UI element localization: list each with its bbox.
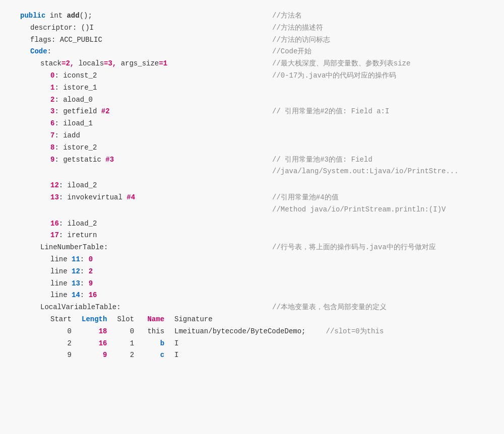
args-val: =1 bbox=[159, 59, 167, 67]
flags-text: flags: ACC_PUBLIC bbox=[30, 36, 102, 44]
lvt-row-b-name: b bbox=[144, 338, 174, 350]
keyword-int: int bbox=[45, 12, 67, 20]
op-2-code: 2: aload_0 bbox=[20, 94, 262, 106]
lvt-header-signature: Signature bbox=[174, 314, 316, 326]
method-decl-line: public int add(); //方法名 bbox=[20, 10, 484, 22]
op-12-code: 12: iload_2 bbox=[20, 180, 262, 192]
lnt-14-code: line 14: 16 bbox=[20, 290, 97, 302]
lvt-row-this-name: this bbox=[144, 326, 174, 338]
lvt-table-container: Start Length Slot Name Signature 0 18 0 … bbox=[20, 314, 484, 361]
lvt-row-c-name: c bbox=[144, 349, 174, 361]
comment-op-0: //0-17为.java中的代码对应的操作码 bbox=[262, 70, 396, 82]
stack-label: stack bbox=[40, 59, 61, 67]
lnt-14-val: 16 bbox=[89, 291, 97, 299]
method-add: add bbox=[67, 12, 79, 20]
lvt-header-length: Length bbox=[82, 314, 117, 326]
lnt-12-text: line bbox=[50, 267, 72, 275]
lvt-row-c: 9 9 2 c I bbox=[50, 349, 384, 361]
lvt-label-line: LocalVariableTable: //本地变量表，包含局部变量的定义 bbox=[20, 302, 484, 314]
op-0-instr: : iconst_2 bbox=[54, 71, 97, 80]
op-8-line: 8: istore_2 bbox=[20, 142, 484, 154]
op-1-code: 1: istore_1 bbox=[20, 82, 262, 94]
lnt-11-colon: : bbox=[80, 255, 89, 263]
code-label-code: Code: bbox=[20, 46, 262, 58]
op-12-line: 12: iload_2 bbox=[20, 180, 484, 192]
lvt-header-start: Start bbox=[50, 314, 82, 326]
op-9-ref: #3 bbox=[105, 156, 114, 164]
descriptor-text: descriptor: ()I bbox=[30, 24, 94, 32]
lvt-row-this-length: 18 bbox=[82, 326, 117, 338]
method-decl-code: public int add(); bbox=[20, 10, 262, 22]
op-16-num: 16 bbox=[50, 220, 59, 228]
descriptor-line: descriptor: ()I //方法的描述符 bbox=[20, 22, 484, 34]
op-3-line: 3: getfield #2 // 引用常量池#2的值: Field a:I bbox=[20, 106, 484, 118]
lvt-row-b-sig: I bbox=[174, 338, 316, 350]
method-paren: (); bbox=[80, 12, 92, 20]
lvt-row-c-length: 9 bbox=[82, 349, 117, 361]
lnt-12-code: line 12: 2 bbox=[20, 266, 93, 278]
descriptor-code: descriptor: ()I bbox=[20, 22, 262, 34]
keyword-public: public bbox=[20, 12, 45, 20]
locals-label: locals bbox=[79, 59, 104, 67]
lvt-row-c-start: 9 bbox=[50, 349, 82, 361]
lvt-header-name: Name bbox=[144, 314, 174, 326]
op-2-instr: : aload_0 bbox=[54, 96, 93, 104]
lnt-label-text: LineNumberTable: bbox=[40, 243, 108, 251]
stack-info-line: stack=2, locals=3, args_size=1 //最大栈深度、局… bbox=[20, 58, 484, 70]
op-9-instr: : getstatic bbox=[54, 156, 105, 164]
lvt-label-text: LocalVariableTable: bbox=[40, 303, 121, 311]
args-label: args_size bbox=[121, 59, 159, 67]
lnt-label-line: LineNumberTable: //行号表，将上面的操作码与.java中的行号… bbox=[20, 242, 484, 254]
op-12-num: 12 bbox=[50, 181, 59, 189]
op-13-ref: #4 bbox=[127, 193, 135, 201]
lvt-header-slot: Slot bbox=[117, 314, 144, 326]
code-label-line: Code: //Code开始 bbox=[20, 46, 484, 58]
comment-method-name: //方法名 bbox=[262, 10, 302, 22]
lnt-12-num: 12 bbox=[72, 267, 80, 275]
op-3-ref: #2 bbox=[101, 107, 110, 115]
comment-op-3: // 引用常量池#2的值: Field a:I bbox=[262, 106, 389, 118]
lnt-13-colon: : bbox=[80, 279, 89, 287]
comment-op-13: //引用常量池#4的值 bbox=[262, 192, 339, 204]
op-13-line: 13: invokevirtual #4 //引用常量池#4的值 bbox=[20, 192, 484, 204]
locals-val: =3, bbox=[104, 59, 121, 67]
lnt-label-code: LineNumberTable: bbox=[20, 242, 262, 254]
lnt-13-val: 9 bbox=[89, 279, 93, 287]
comment-op-9: // 引用常量池#3的值: Field bbox=[262, 154, 372, 166]
op-13-code: 13: invokevirtual #4 bbox=[20, 192, 262, 204]
lnt-12-colon: : bbox=[80, 267, 89, 275]
op-6-instr: : iload_1 bbox=[54, 119, 93, 127]
op-9-code: 9: getstatic #3 bbox=[20, 154, 262, 166]
lnt-13-num: 13 bbox=[72, 279, 80, 287]
comment-lvt: //本地变量表，包含局部变量的定义 bbox=[262, 302, 387, 314]
lnt-11-num: 11 bbox=[72, 255, 80, 263]
lnt-11-text: line bbox=[50, 255, 72, 263]
lvt-row-b-slot: 1 bbox=[117, 338, 144, 350]
op-8-code: 8: istore_2 bbox=[20, 142, 262, 154]
lvt-row-this: 0 18 0 this Lmeituan/bytecode/ByteCodeDe… bbox=[50, 326, 384, 338]
op-7-code: 7: iadd bbox=[20, 130, 262, 142]
flags-line: flags: ACC_PUBLIC //方法的访问标志 bbox=[20, 34, 484, 46]
op-1-line: 1: istore_1 bbox=[20, 82, 484, 94]
op-16-code: 16: iload_2 bbox=[20, 218, 262, 230]
op-16-line: 16: iload_2 bbox=[20, 218, 484, 230]
lvt-row-b-start: 2 bbox=[50, 338, 82, 350]
op-7-instr: : iadd bbox=[54, 131, 80, 139]
comment-lnt: //行号表，将上面的操作码与.java中的行号做对应 bbox=[262, 242, 436, 254]
op-9-line: 9: getstatic #3 // 引用常量池#3的值: Field bbox=[20, 154, 484, 166]
lvt-row-c-sig: I bbox=[174, 349, 316, 361]
op-9-cont-line: //java/lang/System.out:Ljava/io/PrintStr… bbox=[20, 166, 484, 178]
lvt-row-this-slot: 0 bbox=[117, 326, 144, 338]
lnt-13-code: line 13: 9 bbox=[20, 278, 93, 290]
lnt-11-line: line 11: 0 bbox=[20, 254, 484, 266]
op-3-code: 3: getfield #2 bbox=[20, 106, 262, 118]
lnt-13-text: line bbox=[50, 279, 72, 287]
op-17-line: 17: ireturn bbox=[20, 230, 484, 242]
lnt-13-line: line 13: 9 bbox=[20, 278, 484, 290]
lnt-12-line: line 12: 2 bbox=[20, 266, 484, 278]
code-keyword: Code bbox=[30, 47, 47, 55]
flags-code: flags: ACC_PUBLIC bbox=[20, 34, 262, 46]
op-13-num: 13 bbox=[50, 193, 59, 201]
lnt-14-num: 14 bbox=[72, 291, 80, 299]
op-13-cont-line: //Method java/io/PrintStream.println:(I)… bbox=[20, 204, 484, 216]
